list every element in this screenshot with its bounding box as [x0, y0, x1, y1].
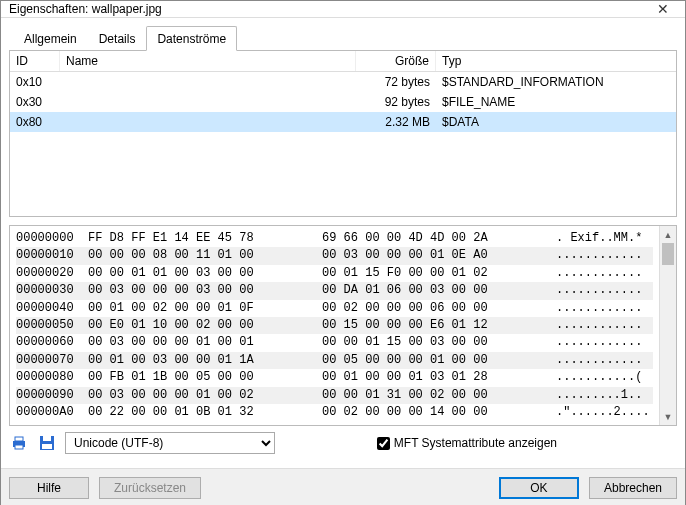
hex-line: 0000005000 E0 01 10 00 02 00 0000 15 00 … — [16, 317, 653, 334]
table-row[interactable]: 0x802.32 MB$DATA — [10, 112, 676, 132]
print-icon[interactable] — [9, 433, 29, 453]
ok-button[interactable]: OK — [499, 477, 579, 499]
close-button[interactable]: ✕ — [640, 1, 685, 17]
encoding-select[interactable]: Unicode (UTF-8) — [65, 432, 275, 454]
mft-checkbox-label: MFT Systemattribute anzeigen — [394, 436, 557, 450]
save-icon[interactable] — [37, 433, 57, 453]
cell-name — [60, 92, 356, 112]
dialog-footer: Hilfe Zurücksetzen OK Abbrechen — [1, 468, 685, 505]
hex-line: 0000004000 01 00 02 00 00 01 0F00 02 00 … — [16, 300, 653, 317]
scroll-thumb[interactable] — [662, 243, 674, 265]
cell-id: 0x80 — [10, 112, 60, 132]
cell-name — [60, 112, 356, 132]
cell-size: 72 bytes — [356, 72, 436, 92]
mft-checkbox-input[interactable] — [377, 437, 390, 450]
hex-line: 0000007000 01 00 03 00 00 01 1A00 05 00 … — [16, 352, 653, 369]
scrollbar[interactable]: ▲ ▼ — [659, 226, 676, 425]
hex-line: 0000009000 03 00 00 00 01 00 0200 00 01 … — [16, 387, 653, 404]
svg-rect-5 — [42, 444, 52, 449]
hex-line: 0000006000 03 00 00 00 01 00 0100 00 01 … — [16, 334, 653, 351]
svg-rect-2 — [15, 445, 23, 449]
table-header: ID Name Größe Typ — [10, 51, 676, 72]
hex-line: 0000003000 03 00 00 00 03 00 0000 DA 01 … — [16, 282, 653, 299]
options-row: Unicode (UTF-8) MFT Systemattribute anze… — [9, 426, 677, 460]
hex-content[interactable]: 00000000FF D8 FF E1 14 EE 45 7869 66 00 … — [10, 226, 659, 425]
cell-type: $STANDARD_INFORMATION — [436, 72, 676, 92]
col-header-id[interactable]: ID — [10, 51, 60, 71]
cell-type: $FILE_NAME — [436, 92, 676, 112]
hex-viewer: 00000000FF D8 FF E1 14 EE 45 7869 66 00 … — [9, 225, 677, 426]
hex-line: 0000001000 00 00 08 00 11 01 0000 03 00 … — [16, 247, 653, 264]
cell-size: 2.32 MB — [356, 112, 436, 132]
tab-allgemein[interactable]: Allgemein — [13, 26, 88, 51]
col-header-name[interactable]: Name — [60, 51, 356, 71]
cell-id: 0x30 — [10, 92, 60, 112]
window-title: Eigenschaften: wallpaper.jpg — [9, 2, 640, 16]
scroll-up-icon[interactable]: ▲ — [660, 226, 676, 243]
scroll-down-icon[interactable]: ▼ — [660, 408, 676, 425]
table-row[interactable]: 0x3092 bytes$FILE_NAME — [10, 92, 676, 112]
col-header-size[interactable]: Größe — [356, 51, 436, 71]
hex-line: 0000002000 00 01 01 00 03 00 0000 01 15 … — [16, 265, 653, 282]
tab-datenstroeme[interactable]: Datenströme — [146, 26, 237, 51]
col-header-type[interactable]: Typ — [436, 51, 676, 71]
cell-size: 92 bytes — [356, 92, 436, 112]
hex-line: 000000A000 22 00 00 01 0B 01 3200 02 00 … — [16, 404, 653, 421]
streams-table: ID Name Größe Typ 0x1072 bytes$STANDARD_… — [9, 51, 677, 217]
dialog-body: Allgemein Details Datenströme ID Name Gr… — [1, 18, 685, 468]
cell-type: $DATA — [436, 112, 676, 132]
tab-details[interactable]: Details — [88, 26, 147, 51]
table-row[interactable]: 0x1072 bytes$STANDARD_INFORMATION — [10, 72, 676, 92]
dialog-window: Eigenschaften: wallpaper.jpg ✕ Allgemein… — [0, 0, 686, 505]
svg-rect-4 — [43, 436, 51, 441]
hex-line: 00000000FF D8 FF E1 14 EE 45 7869 66 00 … — [16, 230, 653, 247]
svg-rect-1 — [15, 437, 23, 441]
cancel-button[interactable]: Abbrechen — [589, 477, 677, 499]
cell-name — [60, 72, 356, 92]
reset-button[interactable]: Zurücksetzen — [99, 477, 201, 499]
hex-line: 0000008000 FB 01 1B 00 05 00 0000 01 00 … — [16, 369, 653, 386]
help-button[interactable]: Hilfe — [9, 477, 89, 499]
cell-id: 0x10 — [10, 72, 60, 92]
titlebar: Eigenschaften: wallpaper.jpg ✕ — [1, 1, 685, 18]
tab-bar: Allgemein Details Datenströme — [9, 26, 677, 51]
mft-checkbox[interactable]: MFT Systemattribute anzeigen — [377, 436, 677, 450]
